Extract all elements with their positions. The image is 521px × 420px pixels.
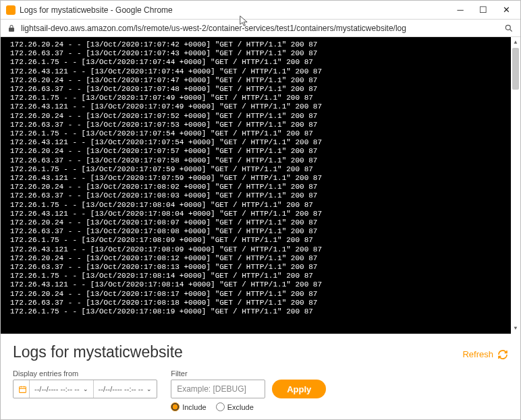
url-text: lightsail-devo.aws.amazon.com/ls/remote/… <box>21 24 499 33</box>
close-button[interactable]: ✕ <box>495 1 518 19</box>
log-line: 172.26.63.37 - - [13/Oct/2020:17:08:18 +… <box>10 299 520 307</box>
address-bar[interactable]: lightsail-devo.aws.amazon.com/ls/remote/… <box>1 20 520 37</box>
log-line: 172.26.43.121 - - [13/Oct/2020:17:07:44 … <box>10 67 520 76</box>
date-range-picker[interactable]: --/--/---- --:-- --⌄ --/--/---- --:-- --… <box>13 380 157 398</box>
refresh-button[interactable]: Refresh <box>462 349 508 360</box>
log-line: 172.26.43.121 - - [13/Oct/2020:17:08:09 … <box>10 245 520 254</box>
log-line: 172.26.63.37 - - [13/Oct/2020:17:07:58 +… <box>10 156 520 165</box>
minimize-button[interactable]: ─ <box>449 1 472 19</box>
window-titlebar: Logs for mystaticwebsite - Google Chrome… <box>1 1 520 20</box>
log-line: 172.26.43.121 - - [13/Oct/2020:17:08:14 … <box>10 280 520 289</box>
svg-point-0 <box>505 25 510 30</box>
log-line: 172.26.20.24 - - [13/Oct/2020:17:07:57 +… <box>10 147 520 156</box>
log-line: 172.26.63.37 - - [13/Oct/2020:17:08:03 +… <box>10 191 520 200</box>
log-line: 172.26.63.37 - - [13/Oct/2020:17:07:48 +… <box>10 85 520 94</box>
log-viewer[interactable]: 172.26.20.24 - - [13/Oct/2020:17:07:42 +… <box>1 37 520 334</box>
svg-line-1 <box>510 29 512 31</box>
log-line: 172.26.43.121 - - [13/Oct/2020:17:07:59 … <box>10 174 520 183</box>
search-icon[interactable] <box>504 24 514 33</box>
refresh-label: Refresh <box>462 349 493 359</box>
log-line: 172.26.43.121 - - [13/Oct/2020:17:07:54 … <box>10 138 520 147</box>
log-line: 172.26.63.37 - - [13/Oct/2020:17:08:08 +… <box>10 227 520 236</box>
log-line: 172.26.63.37 - - [13/Oct/2020:17:07:43 +… <box>10 49 520 58</box>
log-line: 172.26.1.75 - - [13/Oct/2020:17:07:59 +0… <box>10 165 520 174</box>
log-line: 172.26.1.75 - - [13/Oct/2020:17:08:19 +0… <box>10 307 520 316</box>
log-line: 172.26.20.24 - - [13/Oct/2020:17:07:47 +… <box>10 76 520 85</box>
favicon-icon <box>6 5 16 15</box>
date-from-field[interactable]: --/--/---- --:-- --⌄ <box>30 380 94 398</box>
log-line: 172.26.1.75 - - [13/Oct/2020:17:07:49 +0… <box>10 94 520 102</box>
log-line: 172.26.20.24 - - [13/Oct/2020:17:08:02 +… <box>10 183 520 191</box>
chevron-down-icon: ⌄ <box>80 386 88 392</box>
scroll-up-icon[interactable]: ▲ <box>511 37 520 48</box>
log-line: 172.26.63.37 - - [13/Oct/2020:17:08:13 +… <box>10 263 520 272</box>
log-line: 172.26.20.24 - - [13/Oct/2020:17:08:17 +… <box>10 290 520 299</box>
log-line: 172.26.1.75 - - [13/Oct/2020:17:08:09 +0… <box>10 236 520 245</box>
chevron-down-icon: ⌄ <box>143 386 152 392</box>
refresh-icon <box>497 349 508 360</box>
exclude-radio[interactable]: Exclude <box>216 402 254 411</box>
scroll-thumb[interactable] <box>512 48 519 90</box>
calendar-icon <box>13 380 30 398</box>
log-line: 172.26.20.24 - - [13/Oct/2020:17:07:52 +… <box>10 112 520 121</box>
log-line: 172.26.1.75 - - [13/Oct/2020:17:08:04 +0… <box>10 201 520 210</box>
log-line: 172.26.43.121 - - [13/Oct/2020:17:07:49 … <box>10 102 520 111</box>
date-to-field[interactable]: --/--/---- --:-- --⌄ <box>94 380 157 398</box>
page-title: Logs for mystaticwebsite <box>13 343 183 361</box>
controls-panel: Logs for mystaticwebsite Refresh Display… <box>1 334 520 420</box>
window-title: Logs for mystaticwebsite - Google Chrome <box>20 5 449 15</box>
svg-rect-2 <box>20 386 26 392</box>
log-line: 172.26.20.24 - - [13/Oct/2020:17:08:07 +… <box>10 218 520 227</box>
scroll-down-icon[interactable]: ▼ <box>511 323 520 334</box>
log-line: 172.26.20.24 - - [13/Oct/2020:17:07:42 +… <box>10 40 520 49</box>
log-line: 172.26.20.24 - - [13/Oct/2020:17:08:12 +… <box>10 254 520 263</box>
apply-button[interactable]: Apply <box>272 380 326 398</box>
log-line: 172.26.1.75 - - [13/Oct/2020:17:07:44 +0… <box>10 58 520 67</box>
include-radio[interactable]: Include <box>171 402 206 411</box>
log-line: 172.26.1.75 - - [13/Oct/2020:17:07:54 +0… <box>10 129 520 138</box>
maximize-button[interactable]: ☐ <box>472 1 495 19</box>
filter-label: Filter <box>171 369 326 378</box>
log-line: 172.26.43.121 - - [13/Oct/2020:17:08:04 … <box>10 210 520 218</box>
display-label: Display entries from <box>13 369 157 378</box>
log-line: 172.26.1.75 - - [13/Oct/2020:17:08:14 +0… <box>10 272 520 280</box>
lock-icon <box>7 24 16 32</box>
scrollbar[interactable]: ▲ ▼ <box>511 37 520 334</box>
filter-input[interactable] <box>171 380 265 398</box>
log-line: 172.26.63.37 - - [13/Oct/2020:17:07:53 +… <box>10 121 520 129</box>
